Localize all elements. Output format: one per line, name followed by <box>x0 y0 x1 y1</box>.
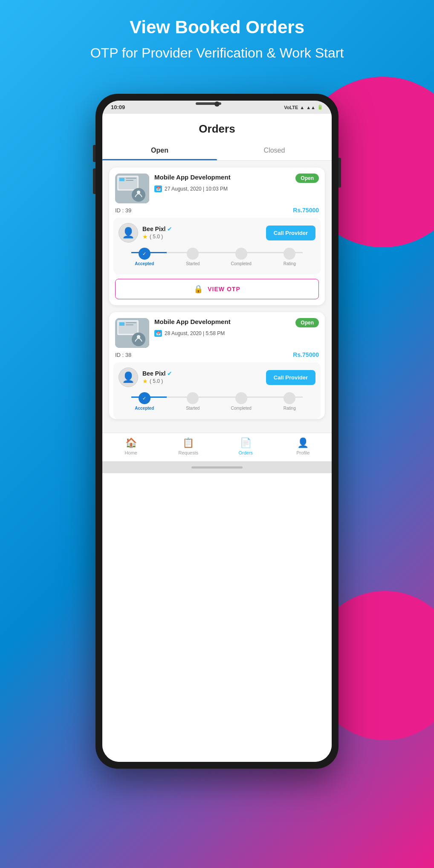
power-button <box>339 158 341 188</box>
order-info-2: Mobile App Development Open 📅 28 August,… <box>154 318 319 337</box>
provider-details: Bee Pixl ✔ ★ ( 5.0 ) <box>142 226 172 240</box>
order-id-row: ID : 39 Rs.75000 <box>109 203 325 214</box>
step-rating: Rating <box>266 248 314 266</box>
avatar-person-icon: 👤 <box>122 227 135 239</box>
svg-rect-5 <box>119 178 124 181</box>
nav-orders[interactable]: 📄 Orders <box>217 437 275 455</box>
progress-steps: ✓ Accepted Started Completed <box>119 243 315 269</box>
provider-section: 👤 Bee Pixl ✔ ★ <box>113 218 321 275</box>
order-date-row-2: 📅 28 August, 2020 | 5:58 PM <box>154 330 319 337</box>
step-rating-2: Rating <box>266 392 314 411</box>
provider-section-2: 👤 Bee Pixl ✔ ★ <box>113 362 321 419</box>
status-badge-2: Open <box>295 318 319 327</box>
camera <box>214 101 220 107</box>
step-label-rating-2: Rating <box>284 406 296 411</box>
svg-point-11 <box>132 333 145 346</box>
step-circle-accepted: ✓ <box>139 248 150 260</box>
svg-point-12 <box>137 335 140 339</box>
avatar-person-icon-2: 👤 <box>122 371 135 383</box>
provider-left: 👤 Bee Pixl ✔ ★ <box>119 223 172 243</box>
step-label-accepted: Accepted <box>135 261 154 266</box>
order-image <box>115 174 149 203</box>
battery-icon: 🔋 <box>317 104 323 110</box>
order-id-row-2: ID : 38 Rs.75000 <box>109 348 325 358</box>
phone-frame: 10:09 VoLTE ▲ ▲▲ 🔋 Orders Open <box>95 94 339 769</box>
order-title-2: Mobile App Development <box>154 318 295 325</box>
order-title-row: Mobile App Development Open <box>154 174 319 183</box>
svg-point-4 <box>137 191 140 194</box>
step-completed-2: Completed <box>217 392 266 411</box>
tab-open[interactable]: Open <box>102 141 217 160</box>
signal-icon: ▲▲ <box>306 105 315 110</box>
status-icons: VoLTE ▲ ▲▲ 🔋 <box>284 104 323 110</box>
order-header: Mobile App Development Open 📅 27 August,… <box>109 168 325 203</box>
home-bar <box>191 466 243 469</box>
nav-home[interactable]: 🏠 Home <box>102 437 160 455</box>
step-label-completed: Completed <box>231 261 252 266</box>
order-image-2 <box>115 318 149 348</box>
view-otp-button[interactable]: 🔒 VIEW OTP <box>115 279 319 299</box>
step-started: Started <box>169 248 217 266</box>
order-price-2: Rs.75000 <box>293 351 319 358</box>
provider-rating: ★ ( 5.0 ) <box>142 233 172 240</box>
order-date-2: 28 August, 2020 | 5:58 PM <box>165 330 225 336</box>
volume-up-button <box>93 145 95 162</box>
provider-left-2: 👤 Bee Pixl ✔ ★ <box>119 367 172 387</box>
order-id: ID : 39 <box>115 207 131 214</box>
view-otp-section: 🔒 VIEW OTP <box>109 275 325 305</box>
svg-rect-13 <box>119 322 124 326</box>
provider-name-2: Bee Pixl <box>142 370 165 377</box>
tab-closed[interactable]: Closed <box>217 141 332 160</box>
step-label-started: Started <box>186 261 200 266</box>
nav-orders-label: Orders <box>238 450 253 455</box>
verified-icon: ✔ <box>167 226 172 232</box>
orders-list: Mobile App Development Open 📅 27 August,… <box>102 161 332 433</box>
step-completed: Completed <box>217 248 266 266</box>
order-card-2: Mobile App Development Open 📅 28 August,… <box>109 312 325 419</box>
requests-icon: 📋 <box>182 437 194 448</box>
step-label-rating: Rating <box>284 261 296 266</box>
call-provider-button-2[interactable]: Call Provider <box>266 370 315 385</box>
step-circle-rating-2 <box>284 392 295 404</box>
step-circle-completed-2 <box>235 392 247 404</box>
wifi-icon: ▲ <box>300 105 304 110</box>
order-date: 27 August, 2020 | 10:03 PM <box>165 186 228 192</box>
rating-text-2: ( 5.0 ) <box>150 378 163 384</box>
step-label-accepted-2: Accepted <box>135 406 154 411</box>
provider-avatar: 👤 <box>119 223 138 243</box>
provider-name-row: Bee Pixl ✔ <box>142 226 172 232</box>
calendar-icon-2: 📅 <box>154 330 162 337</box>
app-title: Orders <box>102 114 332 136</box>
svg-rect-14 <box>126 322 136 323</box>
svg-rect-15 <box>126 324 133 325</box>
step-circle-started <box>187 248 199 260</box>
nav-requests[interactable]: 📋 Requests <box>160 437 217 455</box>
order-info: Mobile App Development Open 📅 27 August,… <box>154 174 319 192</box>
step-label-started-2: Started <box>186 406 200 411</box>
lock-icon: 🔒 <box>194 284 203 294</box>
home-indicator <box>102 461 332 473</box>
call-provider-button[interactable]: Call Provider <box>266 226 315 240</box>
status-badge: Open <box>295 174 319 183</box>
order-id-2: ID : 38 <box>115 352 131 358</box>
status-time: 10:09 <box>111 104 125 110</box>
orders-icon: 📄 <box>240 437 252 448</box>
order-header-2: Mobile App Development Open 📅 28 August,… <box>109 312 325 348</box>
profile-icon: 👤 <box>297 437 309 448</box>
volte-icon: VoLTE <box>284 105 298 110</box>
provider-row-2: 👤 Bee Pixl ✔ ★ <box>119 367 315 387</box>
step-started-2: Started <box>169 392 217 411</box>
tabs-bar: Open Closed <box>102 141 332 161</box>
nav-profile[interactable]: 👤 Profile <box>275 437 332 455</box>
order-date-row: 📅 27 August, 2020 | 10:03 PM <box>154 185 319 192</box>
svg-rect-7 <box>126 180 133 181</box>
svg-rect-6 <box>126 178 136 179</box>
view-otp-label: VIEW OTP <box>208 286 240 292</box>
step-accepted-2: ✓ Accepted <box>120 392 169 411</box>
svg-point-3 <box>132 188 145 202</box>
step-label-completed-2: Completed <box>231 406 252 411</box>
nav-profile-label: Profile <box>296 450 310 455</box>
provider-name-row-2: Bee Pixl ✔ <box>142 370 172 377</box>
page-subtitle: OTP for Provider Verification & Work Sta… <box>0 44 434 62</box>
order-card: Mobile App Development Open 📅 27 August,… <box>109 168 325 305</box>
